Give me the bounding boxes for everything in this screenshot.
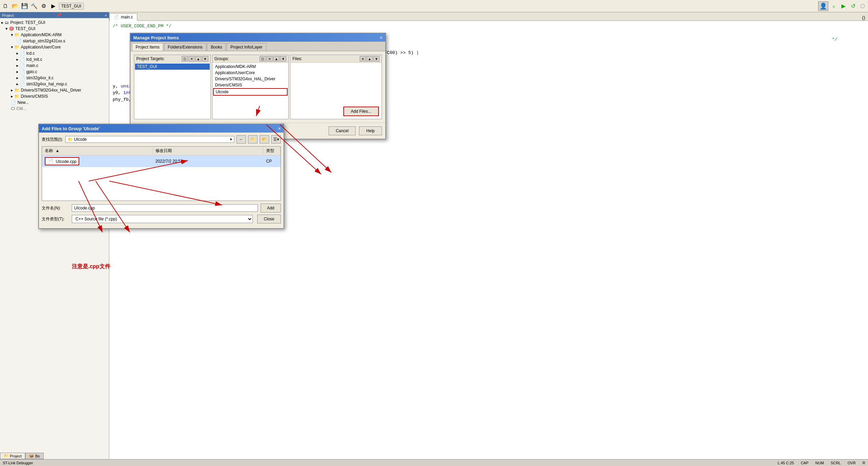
- read-label: R: [863, 461, 865, 465]
- tree-folder-hal[interactable]: ▸ 📁 Drivers/STM32G4xx_HAL_Driver: [0, 87, 109, 93]
- filetype-label: 文件类型(T):: [42, 216, 69, 222]
- open-icon[interactable]: 📂: [11, 2, 19, 10]
- manage-dialog-close[interactable]: ×: [380, 35, 383, 40]
- files-header: Files: ✕ ▲ ▼: [290, 55, 382, 63]
- filetype-select[interactable]: C++ Source file (*.cpp): [72, 215, 253, 223]
- project-tree: ▸ 🗂 Project: TEST_GUI ▾ 🎯 TEST_GUI ▾ 📁 A…: [0, 18, 109, 459]
- targets-del-btn[interactable]: ✕: [189, 56, 195, 61]
- add-button[interactable]: Add: [261, 204, 281, 213]
- tree-project-root[interactable]: ▸ 🗂 Project: TEST_GUI: [0, 19, 109, 26]
- nav-view-btn[interactable]: ☰▾: [271, 135, 281, 143]
- tree-folder-mdk[interactable]: ▾ 📁 Application/MDK-ARM: [0, 32, 109, 38]
- expand-btn[interactable]: ⟨⟩: [862, 15, 865, 20]
- tree-hal-label: Drivers/STM32G4xx_HAL_Driver: [21, 88, 81, 93]
- col-name: 名称 ▲: [42, 147, 153, 154]
- manage-icon[interactable]: 👤: [818, 1, 828, 11]
- code-line-1: /* USER_CODE_END_PM */: [113, 23, 865, 30]
- project-targets-section: Project Targets: 🗋 ✕ ▲ ▼ TEST_GUI: [134, 55, 211, 119]
- add-files-button[interactable]: Add Files...: [343, 107, 379, 116]
- nav-new-folder-btn[interactable]: 📂: [260, 135, 269, 143]
- project-name-label: TEST_GUI: [59, 3, 84, 10]
- groups-up-btn[interactable]: ▲: [273, 56, 279, 61]
- tree-file-main[interactable]: ▸📄 main.c: [0, 63, 109, 69]
- target-item-testgui[interactable]: TEST_GUI: [135, 64, 210, 70]
- tree-item-new[interactable]: 📄 New...: [0, 99, 109, 106]
- targets-new-btn[interactable]: 🗋: [182, 56, 188, 61]
- file-date-cell: 2022/7/2 20:51: [153, 158, 263, 164]
- tree-new-label: New...: [17, 100, 29, 105]
- close-button[interactable]: Close: [257, 215, 281, 223]
- tree-folder-usercore[interactable]: ▾ 📁 Application/User/Core: [0, 44, 109, 50]
- group-item-cmsis[interactable]: Drivers/CMSIS: [213, 82, 288, 88]
- add-files-title-bar: Add Files to Group 'Ulcode' ×: [39, 124, 284, 133]
- add-btn-area: Add: [261, 204, 281, 213]
- group-item-hal[interactable]: Drivers/STM32G4xx_HAL_Driver: [213, 76, 288, 82]
- cancel-button[interactable]: Cancel: [329, 126, 356, 135]
- file-name-label: UIcode.cpp: [56, 159, 77, 164]
- panel-close-btn[interactable]: ×: [105, 13, 107, 17]
- tab-project-info[interactable]: Project Info/Layer: [226, 43, 266, 51]
- bottom-tabs: 📁 Project 📦 Bo: [0, 452, 44, 459]
- groups-dn-btn[interactable]: ▼: [280, 56, 286, 61]
- tree-file-startup[interactable]: 📄 startup_stm32g431xx.s: [0, 38, 109, 44]
- file-row-uicode[interactable]: 📄 UIcode.cpp 2022/7/2 20:51 CP: [42, 155, 280, 167]
- build-icon[interactable]: 🔨: [30, 2, 38, 10]
- tab-books[interactable]: Books: [207, 43, 226, 51]
- tree-mdk-label: Application/MDK-ARM: [21, 32, 61, 37]
- save-icon[interactable]: 💾: [20, 2, 29, 10]
- groups-new-btn[interactable]: 🗋: [260, 56, 266, 61]
- tree-target[interactable]: ▾ 🎯 TEST_GUI: [0, 26, 109, 32]
- tree-file-lcdinit[interactable]: ▸📄 lcd_init.c: [0, 56, 109, 63]
- bottom-tab-project[interactable]: 📁 Project: [0, 453, 25, 459]
- columns-row: Project Targets: 🗋 ✕ ▲ ▼ TEST_GUI: [134, 55, 382, 119]
- tab-project-items[interactable]: Project Items: [132, 43, 163, 51]
- tab-main-c[interactable]: 📄 main.c: [109, 13, 137, 21]
- panel-pin-btn[interactable]: 📌: [57, 13, 61, 17]
- tree-file-it[interactable]: ▸📄 stm32g4xx_it.c: [0, 75, 109, 81]
- nav-folder-btn[interactable]: 📁: [248, 135, 258, 143]
- group-item-usercore[interactable]: Application/User/Core: [213, 70, 288, 76]
- files-section: Files: ✕ ▲ ▼ Add Files...: [290, 55, 382, 119]
- filename-input[interactable]: [72, 204, 258, 212]
- run-icon[interactable]: ▶: [49, 2, 57, 10]
- browse-label: 查找范围(I):: [42, 137, 63, 142]
- files-up-btn[interactable]: ▲: [367, 56, 373, 61]
- tree-item-cm[interactable]: CI CM...: [0, 106, 109, 112]
- new-icon[interactable]: 🗋: [1, 2, 10, 10]
- nav-back-btn[interactable]: ←: [236, 135, 246, 143]
- top-toolbar: 🗋 📂 💾 🔨 ⚙ ▶ TEST_GUI 👤 ⬦ ▶ ↺ ⬡: [0, 0, 868, 12]
- files-del-btn[interactable]: ✕: [360, 56, 366, 61]
- targets-up-btn[interactable]: ▲: [195, 56, 202, 61]
- tree-cm-label: CM...: [16, 106, 26, 111]
- bottom-tab-bo[interactable]: 📦 Bo: [25, 453, 43, 459]
- tree-file-gpio[interactable]: ▸📄 gpio.c: [0, 69, 109, 75]
- groups-del-btn[interactable]: ✕: [266, 56, 273, 61]
- add-files-body: 查找范围(I): 📁 Ulcode ▾ ← 📁 📂 ☰▾ 名称 ▲ 修改日期: [39, 133, 284, 228]
- targets-dn-btn[interactable]: ▼: [202, 56, 208, 61]
- file-list-header: 名称 ▲ 修改日期 类型: [42, 147, 280, 155]
- filename-row: 文件名(N): Add: [42, 204, 281, 213]
- tree-file-msp[interactable]: ▸📄 stm32g4xx_hal_msp.c: [0, 81, 109, 87]
- tree-folder-cmsis[interactable]: ▸ 📁 Drivers/CMSIS: [0, 93, 109, 99]
- tab-folders-extensions[interactable]: Folders/Extensions: [164, 43, 206, 51]
- options-icon[interactable]: ⬡: [858, 2, 867, 10]
- add-files-close-btn[interactable]: ×: [278, 126, 281, 131]
- add-files-dialog: Add Files to Group 'Ulcode' × 查找范围(I): 📁…: [38, 124, 284, 229]
- debug-reset-icon[interactable]: ↺: [849, 2, 857, 10]
- scrl-label: SCRL: [831, 461, 841, 465]
- panel-header: Project 📌 ×: [0, 12, 109, 18]
- filetype-row: 文件类型(T): C++ Source file (*.cpp) Close: [42, 215, 281, 223]
- num-label: NUM: [815, 461, 824, 465]
- files-dn-btn[interactable]: ▼: [373, 56, 380, 61]
- tree-usercore-label: Application/User/Core: [21, 45, 61, 50]
- help-button[interactable]: Help: [359, 126, 382, 135]
- flash-icon[interactable]: ⬦: [830, 2, 838, 10]
- group-item-mdk[interactable]: Application/MDK-ARM: [213, 64, 288, 70]
- file-type-cell: CP: [263, 158, 280, 164]
- tree-file-lcd[interactable]: ▸📄 lcd.c: [0, 50, 109, 56]
- debug-start-icon[interactable]: ▶: [839, 2, 848, 10]
- ovr-label: OVR: [848, 461, 856, 465]
- rebuild-icon[interactable]: ⚙: [40, 2, 48, 10]
- browse-row: 查找范围(I): 📁 Ulcode ▾ ← 📁 📂 ☰▾: [42, 135, 281, 143]
- group-item-ulcode[interactable]: Ulcode: [213, 88, 288, 96]
